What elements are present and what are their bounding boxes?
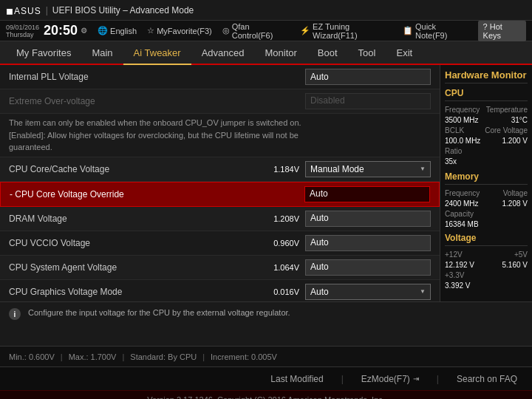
info-icon: i	[9, 308, 21, 320]
mem-freq-row: Frequency Voltage	[445, 189, 528, 197]
cpu-corevolt-label: Core Voltage	[485, 126, 528, 134]
cpu-ratio-value-row: 35x	[445, 157, 528, 166]
cpu-ratio-label: Ratio	[445, 147, 462, 155]
cpu-system-agent-label: CPU System Agent Voltage	[9, 262, 255, 273]
dram-voltage-value: 1.208V	[255, 214, 299, 223]
settings-table: Internal PLL Voltage Auto Extreme Over-v…	[0, 65, 440, 301]
hotkeys-button[interactable]: ? Hot Keys	[478, 21, 526, 41]
cpu-graphics-voltage-label: CPU Graphics Voltage Mode	[9, 287, 255, 297]
note-line1: The item can only be enabled when the on…	[9, 117, 431, 129]
mem-freq-label: Frequency	[445, 189, 480, 197]
nav-main[interactable]: Main	[81, 41, 123, 64]
my-favorite-btn[interactable]: ☆ MyFavorite(F3)	[147, 26, 212, 35]
action-sep1: |	[341, 374, 344, 384]
nav-monitor[interactable]: Monitor	[255, 41, 307, 64]
quick-note-btn[interactable]: 📋 Quick Note(F9)	[403, 22, 468, 40]
logo-asus: ◼ASUS	[6, 6, 41, 16]
cpu-core-override-control[interactable]: Auto	[304, 186, 430, 202]
tuning-icon: ⚡	[300, 26, 310, 35]
nav-my-favorites[interactable]: My Favorites	[6, 41, 81, 64]
description-area: i Configure the input voltage for the CP…	[0, 301, 532, 346]
extreme-overvoltage-label: Extreme Over-voltage	[9, 96, 305, 106]
content-area: Internal PLL Voltage Auto Extreme Over-v…	[0, 65, 440, 301]
time-display: 20:50 ⚙	[44, 23, 87, 38]
cpu-bclk-label: BCLK	[445, 126, 464, 134]
volt-33v-value-row: 3.392 V	[445, 282, 528, 290]
ez-mode-btn[interactable]: EzMode(F7) ⇥	[355, 372, 425, 386]
asus-logo: ◼ASUS	[6, 4, 41, 16]
setting-cpu-core-cache-voltage: CPU Core/Cache Voltage 1.184V Manual Mod…	[0, 157, 440, 182]
hotkeys-icon: ?	[483, 22, 488, 31]
last-modified-btn[interactable]: Last Modified	[265, 372, 329, 386]
voltage-section: Voltage +12V +5V 12.192 V 5.160 V +3.3V …	[445, 233, 528, 290]
nav-exit[interactable]: Exit	[386, 41, 423, 64]
setting-extreme-overvoltage: Extreme Over-voltage Disabled	[0, 89, 440, 114]
cpu-system-agent-value: 1.064V	[255, 263, 299, 272]
cpu-graphics-voltage-control[interactable]: Auto	[305, 284, 431, 300]
ez-tuning-btn[interactable]: ⚡ EZ Tuning Wizard(F11)	[300, 22, 392, 40]
mem-freq-value-row: 2400 MHz 1.208 V	[445, 200, 528, 208]
setting-internal-pll: Internal PLL Voltage Auto	[0, 65, 440, 89]
cpu-system-agent-control[interactable]: Auto	[305, 259, 431, 276]
internal-pll-label: Internal PLL Voltage	[9, 72, 305, 82]
volt-12v-value-row: 12.192 V 5.160 V	[445, 261, 528, 269]
cpu-core-cache-control[interactable]: Manual Mode	[305, 161, 431, 177]
dram-voltage-control[interactable]: Auto	[305, 211, 431, 227]
last-modified-label: Last Modified	[270, 374, 323, 384]
internal-pll-control[interactable]: Auto	[305, 69, 431, 85]
note-line2: [Enabled]: Allow higher voltages for ove…	[9, 129, 431, 142]
title-separator: |	[46, 5, 48, 16]
cpu-bclk-row: BCLK Core Voltage	[445, 126, 528, 134]
cpu-vccio-value: 0.960V	[255, 239, 299, 248]
cpu-ratio-row: Ratio	[445, 147, 528, 155]
ez-mode-icon: ⇥	[413, 375, 419, 383]
main-layout: Internal PLL Voltage Auto Extreme Over-v…	[0, 65, 532, 301]
dram-voltage-label: DRAM Voltage	[9, 214, 255, 224]
hw-monitor-panel: Hardware Monitor CPU Frequency Temperatu…	[440, 65, 532, 301]
mem-volt-value: 1.208 V	[502, 200, 528, 208]
setting-cpu-vccio: CPU VCCIO Voltage 0.960V Auto	[0, 231, 440, 256]
fan-icon: ◎	[222, 26, 230, 35]
description-text: Configure the input voltage for the CPU …	[28, 308, 290, 317]
top-bar: ◼ASUS | UEFI BIOS Utility – Advanced Mod…	[0, 0, 532, 21]
search-faq-btn[interactable]: Search on FAQ	[451, 372, 523, 386]
note-icon: 📋	[403, 26, 413, 35]
time-settings-icon[interactable]: ⚙	[81, 27, 87, 35]
second-bar: 09/01/2016 Thursday 20:50 ⚙ 🌐 English ☆ …	[0, 21, 532, 41]
language-icon: 🌐	[98, 26, 108, 35]
nav-bar: My Favorites Main Ai Tweaker Advanced Mo…	[0, 41, 532, 65]
nav-advanced[interactable]: Advanced	[191, 41, 255, 64]
hw-monitor-title: Hardware Monitor	[445, 69, 528, 83]
cpu-core-cache-value: 1.184V	[255, 165, 299, 174]
voltage-title: Voltage	[445, 233, 528, 246]
nav-ai-tweaker[interactable]: Ai Tweaker	[123, 41, 191, 65]
standard-value: Standard: By CPU	[130, 352, 197, 361]
cpu-section-title: CPU	[445, 88, 528, 101]
mem-freq-value: 2400 MHz	[445, 200, 479, 208]
cpu-core-cache-label: CPU Core/Cache Voltage	[9, 164, 255, 174]
cpu-temp-value: 31°C	[511, 116, 528, 124]
bios-title: UEFI BIOS Utility – Advanced Mode	[52, 5, 194, 16]
cpu-corevolt-value: 1.200 V	[502, 137, 528, 145]
mem-cap-value-row: 16384 MB	[445, 220, 528, 228]
increment-value: Increment: 0.005V	[211, 352, 277, 361]
action-sep2: |	[437, 374, 439, 384]
search-faq-label: Search on FAQ	[457, 374, 517, 384]
bar-sep3: |	[202, 352, 205, 361]
setting-cpu-system-agent: CPU System Agent Voltage 1.064V Auto	[0, 256, 440, 280]
cpu-core-override-label: - CPU Core Voltage Override	[10, 189, 304, 200]
cpu-vccio-control[interactable]: Auto	[305, 235, 431, 251]
qfan-control-btn[interactable]: ◎ Qfan Control(F6)	[222, 22, 290, 40]
extreme-overvoltage-control: Disabled	[305, 93, 431, 109]
nav-boot[interactable]: Boot	[307, 41, 348, 64]
volt-5v-value: 5.160 V	[502, 261, 528, 269]
cpu-freq-value: 3500 MHz	[445, 116, 479, 124]
nav-tool[interactable]: Tool	[348, 41, 386, 64]
volt-5v-label: +5V	[514, 250, 528, 259]
cpu-bclk-value-row: 100.0 MHz 1.200 V	[445, 137, 528, 145]
volt-12v-value: 12.192 V	[445, 261, 474, 269]
cpu-frequency-value-row: 3500 MHz 31°C	[445, 116, 528, 124]
min-value: Min.: 0.600V	[9, 352, 55, 361]
cpu-frequency-row: Frequency Temperature	[445, 106, 528, 114]
language-selector[interactable]: 🌐 English	[98, 26, 137, 35]
